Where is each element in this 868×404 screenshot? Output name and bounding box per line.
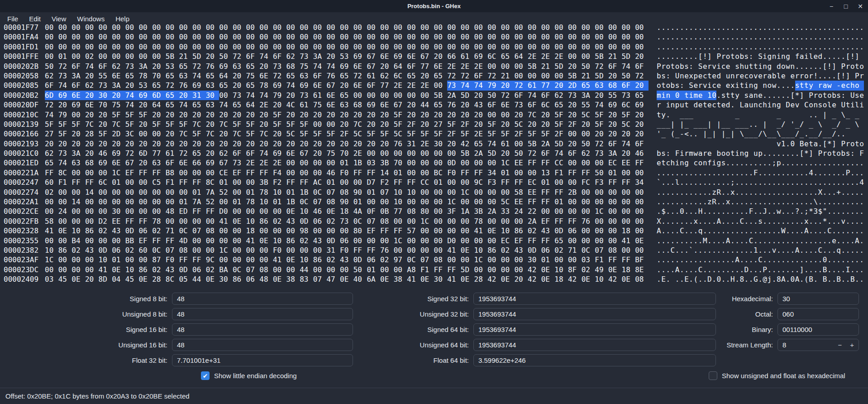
ascii-char[interactable]: .: [832, 197, 836, 207]
ascii-char[interactable]: e: [721, 100, 726, 110]
ascii-char[interactable]: .: [730, 265, 735, 274]
hex-byte[interactable]: 73: [340, 216, 353, 226]
ascii-char[interactable]: .: [754, 188, 758, 197]
hex-byte[interactable]: 5B: [166, 52, 179, 61]
ascii-char[interactable]: o: [781, 62, 786, 71]
ascii-char[interactable]: [749, 110, 754, 120]
hex-byte[interactable]: 65: [219, 81, 233, 90]
hex-byte[interactable]: 20: [206, 120, 219, 129]
ascii-char[interactable]: U: [850, 91, 855, 100]
ascii-char[interactable]: j: [768, 274, 772, 284]
ascii-char[interactable]: [694, 139, 698, 149]
hex-byte[interactable]: 69: [99, 158, 112, 168]
hex-byte[interactable]: EC: [501, 236, 515, 245]
ascii-char[interactable]: t: [707, 71, 712, 81]
hex-byte[interactable]: 00: [99, 23, 112, 32]
ascii-char[interactable]: .: [827, 255, 832, 265]
ascii-char[interactable]: [786, 120, 790, 129]
ascii-char[interactable]: t: [730, 149, 735, 158]
ascii-char[interactable]: i: [712, 158, 716, 168]
ascii-char[interactable]: .: [712, 178, 716, 187]
hex-byte[interactable]: 00: [501, 216, 515, 226]
hex-byte[interactable]: 00: [461, 236, 474, 245]
ascii-char[interactable]: i: [744, 81, 749, 90]
hex-byte[interactable]: 00: [125, 197, 139, 207]
hex-byte[interactable]: 00: [514, 32, 528, 42]
ascii-char[interactable]: .: [781, 42, 786, 52]
ascii-char[interactable]: .: [813, 245, 818, 255]
ascii-char[interactable]: .: [666, 255, 670, 265]
hex-byte[interactable]: 43: [166, 265, 179, 274]
hex-byte[interactable]: 74: [246, 91, 260, 100]
hex-byte[interactable]: 00: [300, 245, 313, 255]
hex-byte[interactable]: 00: [99, 197, 112, 207]
ascii-char[interactable]: [744, 139, 749, 149]
ascii-char[interactable]: [818, 274, 823, 284]
hex-byte[interactable]: 0E: [273, 274, 286, 284]
hex-byte[interactable]: 45: [58, 274, 72, 284]
hex-byte[interactable]: 20: [138, 100, 152, 110]
ascii-char[interactable]: .: [809, 32, 813, 42]
hex-byte[interactable]: 6E: [112, 71, 125, 81]
ascii-char[interactable]: s: [855, 91, 859, 100]
ascii-char[interactable]: .: [777, 265, 781, 274]
hex-byte[interactable]: 5F: [394, 110, 407, 120]
hex-byte[interactable]: FF: [367, 245, 380, 255]
ascii-char[interactable]: .: [675, 236, 680, 245]
hex-byte[interactable]: 03: [582, 255, 595, 265]
ascii-char[interactable]: .: [726, 32, 730, 42]
ascii-pane[interactable]: ___| |_ ___| |__ ___.. | _/ '_/ _ \ _/ _…: [657, 120, 866, 129]
ascii-char[interactable]: .: [698, 178, 703, 187]
ascii-char[interactable]: .: [763, 255, 767, 265]
ascii-char[interactable]: .: [800, 42, 804, 52]
ascii-char[interactable]: ]: [846, 71, 850, 81]
hex-byte-selected[interactable]: 20: [179, 91, 192, 100]
ascii-char[interactable]: r: [661, 62, 666, 71]
ascii-char[interactable]: A: [795, 245, 800, 255]
hex-byte[interactable]: 00: [286, 168, 300, 178]
ascii-char[interactable]: [671, 139, 675, 149]
hex-byte-selected[interactable]: 73: [447, 81, 461, 90]
hex-byte[interactable]: 2E: [259, 158, 273, 168]
hex-byte[interactable]: 38: [286, 274, 300, 284]
hex-byte[interactable]: 67: [326, 81, 340, 90]
ascii-char[interactable]: .: [680, 178, 684, 187]
ascii-char[interactable]: .: [657, 265, 661, 274]
hex-byte-selected[interactable]: 20: [635, 81, 649, 90]
hex-byte[interactable]: 10: [394, 188, 407, 197]
hex-byte[interactable]: 1C: [394, 236, 407, 245]
ascii-char[interactable]: H: [698, 207, 703, 216]
ascii-char[interactable]: .: [827, 265, 832, 274]
hex-byte[interactable]: 00: [273, 265, 286, 274]
hex-byte[interactable]: 00: [99, 42, 112, 52]
hex-byte[interactable]: 00: [138, 207, 152, 216]
hex-byte[interactable]: 20: [380, 139, 394, 149]
hex-byte[interactable]: 4A: [353, 207, 367, 216]
hex-byte[interactable]: 00: [286, 32, 300, 42]
hex-byte[interactable]: 00: [300, 158, 313, 168]
ascii-char[interactable]: .: [841, 197, 846, 207]
ascii-char[interactable]: .: [786, 197, 790, 207]
hex-byte[interactable]: 00: [219, 226, 233, 236]
hex-byte[interactable]: 86: [85, 226, 99, 236]
ascii-char[interactable]: .: [726, 168, 730, 178]
ascii-char[interactable]: .: [850, 265, 855, 274]
ascii-char[interactable]: .: [781, 149, 786, 158]
ascii-char[interactable]: .: [809, 226, 813, 236]
ascii-char-selected[interactable]: [703, 91, 707, 100]
ascii-char[interactable]: e: [781, 71, 786, 81]
hex-byte[interactable]: 00: [192, 168, 206, 178]
ascii-char[interactable]: B: [823, 274, 827, 284]
ascii-char[interactable]: o: [850, 62, 855, 71]
ascii-char[interactable]: .: [744, 168, 749, 178]
hex-byte[interactable]: 00: [582, 197, 595, 207]
hex-byte[interactable]: 5F: [99, 129, 112, 139]
hex-byte[interactable]: 4C: [286, 100, 300, 110]
ascii-char[interactable]: s: [744, 52, 749, 61]
ascii-char[interactable]: .: [716, 178, 721, 187]
hex-byte[interactable]: 55: [99, 71, 112, 81]
ascii-char[interactable]: .: [846, 255, 850, 265]
hex-byte[interactable]: 20: [595, 129, 608, 139]
hex-byte[interactable]: 2D: [112, 129, 125, 139]
hex-byte[interactable]: 00: [85, 216, 99, 226]
